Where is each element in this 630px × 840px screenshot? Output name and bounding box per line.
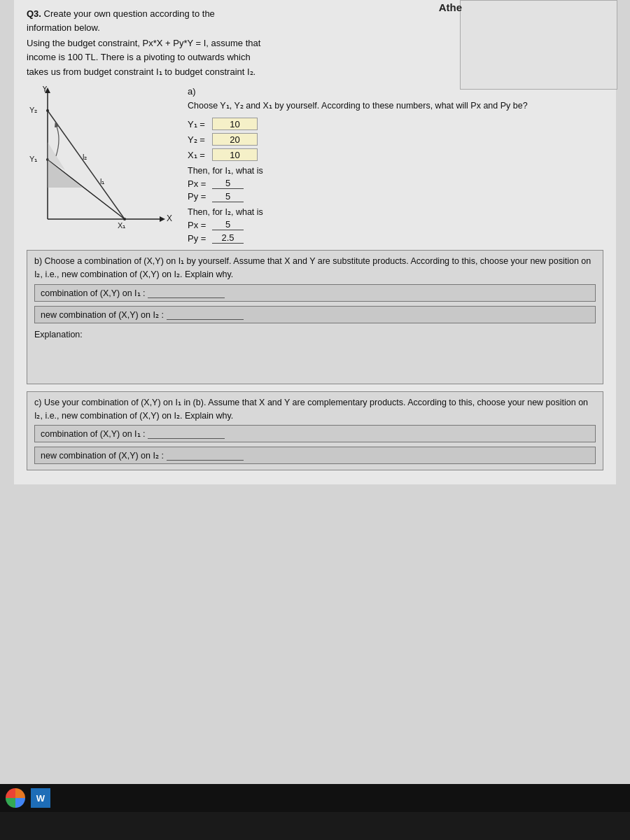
section-c-newcombo-input[interactable] (167, 451, 244, 461)
diagram-and-section-a: X Y Y₂ Y₁ X₁ l₁ (27, 86, 603, 246)
px1-value: 5 (212, 178, 244, 189)
y1-label: Y₁ = (188, 119, 212, 130)
py1-value: 5 (212, 191, 244, 202)
question-intro-block: Q3. Create your own question according t… (27, 7, 261, 79)
explanation-label: Explanation: (34, 330, 83, 340)
header-label: Athe (439, 1, 462, 13)
choose-text: Choose Y₁, Y₂ and X₁ by yourself. Accord… (188, 99, 603, 113)
x1-row: X₁ = 10 (188, 148, 603, 161)
top-right-box (460, 0, 617, 90)
section-c-newcombo-box: new combination of (X,Y) on I₂ : (34, 447, 596, 464)
x1-input[interactable]: 10 (212, 148, 258, 161)
section-b-combo-box: combination of (X,Y) on I₁ : (34, 284, 596, 302)
question-number: Q3. (27, 8, 41, 19)
graph-container: X Y Y₂ Y₁ X₁ l₁ (27, 86, 181, 246)
py1-row: Py = 5 (188, 191, 603, 202)
py1-label: Py = (188, 191, 212, 202)
svg-text:Y: Y (42, 86, 48, 94)
svg-text:X₁: X₁ (118, 221, 125, 230)
main-content: Athe Q3. Create your own question accord… (0, 0, 630, 812)
section-c-combo-label: combination of (X,Y) on I₁ : (41, 429, 146, 439)
svg-text:Y₁: Y₁ (29, 155, 37, 163)
px2-label: Px = (188, 220, 212, 230)
py2-value: 2.5 (212, 232, 244, 244)
section-b-newcombo-box: new combination of (X,Y) on I₂ : (34, 306, 596, 323)
svg-text:Y₂: Y₂ (29, 106, 37, 114)
section-c-outer: c) Use your combination of (X,Y) on I₁ i… (27, 391, 603, 471)
y2-row: Y₂ = 20 (188, 133, 603, 146)
chrome-icon[interactable] (6, 788, 25, 808)
py2-label: Py = (188, 233, 212, 244)
budget-text: Using the budget constraint, Px*X + Py*Y… (27, 36, 261, 78)
budget-graph: X Y Y₂ Y₁ X₁ l₁ (27, 86, 174, 233)
svg-text:l₂: l₂ (83, 153, 87, 161)
px1-label: Px = (188, 178, 212, 189)
section-c-intro: c) Use your combination of (X,Y) on I₁ i… (34, 396, 596, 423)
y2-label: Y₂ = (188, 134, 212, 145)
then-i1-text: Then, for I₁, what is (188, 165, 603, 176)
question-intro-text: Q3. Create your own question according t… (27, 7, 261, 35)
svg-text:X: X (167, 214, 172, 223)
section-b-outer: b) Choose a combination of (X,Y) on I₁ b… (27, 250, 603, 384)
px2-value: 5 (212, 219, 244, 230)
section-b-newcombo-input[interactable] (167, 310, 244, 320)
taskbar: W (0, 784, 630, 812)
section-b-intro: b) Choose a combination of (X,Y) on I₁ b… (34, 255, 596, 281)
px1-row: Px = 5 (188, 178, 603, 189)
section-a: a) Choose Y₁, Y₂ and X₁ by yourself. Acc… (181, 86, 603, 246)
section-b-newcombo-label: new combination of (X,Y) on I₂ : (41, 310, 164, 320)
explanation-space[interactable] (34, 340, 596, 378)
section-c-combo-input[interactable] (148, 429, 225, 439)
question-intro-span: Create your own question according to th… (27, 8, 215, 33)
then-i2-text: Then, for I₂, what is (188, 206, 603, 217)
y1-row: Y₁ = 10 (188, 118, 603, 130)
px2-row: Px = 5 (188, 219, 603, 230)
section-c-newcombo-label: new combination of (X,Y) on I₂ : (41, 451, 164, 461)
section-b-explanation-area: Explanation: (34, 326, 596, 381)
section-c-combo-box: combination of (X,Y) on I₁ : (34, 425, 596, 442)
svg-marker-2 (160, 216, 165, 222)
section-b-combo-label: combination of (X,Y) on I₁ : (41, 288, 146, 298)
svg-line-12 (48, 160, 125, 219)
y1-input[interactable]: 10 (212, 118, 258, 130)
svg-marker-16 (48, 160, 83, 188)
py2-row: Py = 2.5 (188, 232, 603, 244)
section-b-combo-input[interactable] (148, 288, 225, 298)
svg-text:l₁: l₁ (100, 177, 104, 186)
y2-input[interactable]: 20 (212, 133, 258, 146)
x1-label: X₁ = (188, 150, 212, 160)
word-icon[interactable]: W (31, 788, 50, 808)
